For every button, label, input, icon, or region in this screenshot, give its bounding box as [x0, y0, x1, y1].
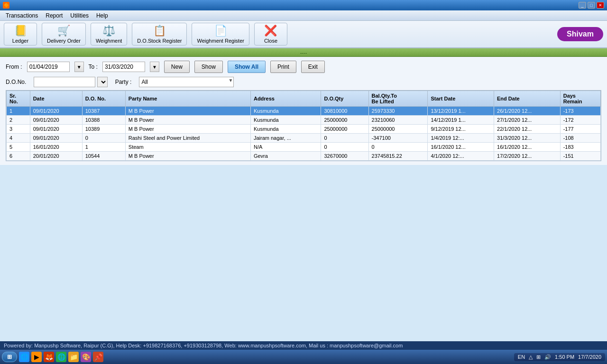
start-button[interactable]: ⊞ [2, 352, 17, 362]
data-table: Sr.No. Date D.O. No. Party Name Address … [6, 91, 601, 161]
new-button[interactable]: New [164, 61, 190, 73]
col-do-qty: D.O.Qty [321, 91, 368, 107]
sys-icon-1: △ [529, 354, 533, 360]
to-date-picker-button[interactable]: ▼ [150, 62, 159, 72]
do-no-label: D.O.No. [6, 79, 26, 85]
cell-address: Jairam nagar, ... [250, 134, 321, 143]
app-icon: 🔶 [3, 2, 9, 9]
table-row[interactable]: 309/01/202010389M B PowerKusmunda2500000… [7, 125, 601, 134]
close-window-button[interactable]: ✕ [597, 2, 604, 9]
ledger-icon: 📒 [14, 25, 27, 37]
party-select[interactable]: All [139, 77, 234, 87]
cell-days_remain: -108 [560, 134, 600, 143]
cell-start_date: 14/12/2019 1... [428, 116, 494, 125]
table-row[interactable]: 620/01/202010544M B PowerGevra3267000023… [7, 152, 601, 161]
taskbar: ⊞ 🌐 ▶ 🦊 🌐 📁 🎨 📌 EN △ ⊞ 🔊 1:50 PM 17/7/20… [0, 350, 607, 364]
cell-do_no: 10387 [82, 107, 125, 116]
party-label: Party : [115, 79, 132, 85]
to-date-input[interactable] [102, 62, 145, 72]
show-all-button[interactable]: Show All [228, 61, 266, 73]
cell-party_name: Steam [125, 143, 250, 152]
cell-address: Kusmunda [250, 116, 321, 125]
weighment-icon: ⚖️ [102, 25, 115, 37]
weighment-register-icon: 📄 [214, 25, 227, 37]
weighment-label: Weighment [96, 38, 122, 44]
menu-transactions[interactable]: Transactions [2, 11, 42, 20]
cell-days_remain: -177 [560, 125, 600, 134]
menu-utilities[interactable]: Utilities [66, 11, 92, 20]
from-date-picker-button[interactable]: ▼ [74, 62, 84, 72]
col-address: Address [250, 91, 321, 107]
cell-party_name: M B Power [125, 125, 250, 134]
menu-bar: Transactions Report Utilities Help [0, 10, 607, 21]
cell-date: 16/01/2020 [30, 143, 82, 152]
cell-sr_no: 5 [7, 143, 30, 152]
cell-start_date: 9/12/2019 12... [428, 125, 494, 134]
data-table-container: Sr.No. Date D.O. No. Party Name Address … [6, 90, 601, 161]
cell-sr_no: 1 [7, 107, 30, 116]
cell-do_no: 10389 [82, 125, 125, 134]
close-icon: ❌ [264, 25, 277, 37]
taskbar-icon-5[interactable]: 📁 [68, 352, 79, 362]
print-button[interactable]: Print [270, 61, 296, 73]
user-badge: Shivam [557, 27, 603, 41]
cell-do_qty: 25000000 [321, 116, 368, 125]
taskbar-icon-2[interactable]: ▶ [31, 352, 42, 362]
do-stock-register-button[interactable]: 📋 D.O.Stock Register [132, 23, 187, 46]
menu-report[interactable]: Report [42, 11, 66, 20]
show-button[interactable]: Show [194, 61, 223, 73]
table-body: 109/01/202010387M B PowerKusmunda3081000… [7, 107, 601, 161]
minimize-button[interactable]: _ [579, 2, 586, 9]
maximize-button[interactable]: □ [588, 2, 595, 9]
taskbar-icon-6[interactable]: 🎨 [81, 352, 91, 362]
filter-row-2: D.O.No. ▼ Party : All ▼ [6, 77, 601, 87]
party-select-wrap: All ▼ [139, 77, 234, 87]
clock-time: 1:50 PM [555, 354, 574, 360]
close-button[interactable]: ❌ Close [254, 23, 287, 46]
do-no-dropdown[interactable]: ▼ [97, 77, 108, 87]
cell-bal_qty: 25000000 [368, 125, 428, 134]
cell-date: 09/01/2020 [30, 107, 82, 116]
cell-address: Kusmunda [250, 125, 321, 134]
taskbar-icon-1[interactable]: 🌐 [19, 352, 29, 362]
cell-bal_qty: 23745815.22 [368, 152, 428, 161]
delivery-order-button[interactable]: 🛒 Delivery Order [42, 23, 86, 46]
cell-days_remain: -172 [560, 116, 600, 125]
status-text: Powered by: Manpushp Software, Raipur (C… [4, 343, 403, 348]
weighment-button[interactable]: ⚖️ Weighment [91, 23, 127, 46]
title-bar: 🔶 _ □ ✕ [0, 0, 607, 10]
taskbar-icon-3[interactable]: 🦊 [44, 352, 54, 362]
exit-button[interactable]: Exit [301, 61, 325, 73]
green-separator: ---- [0, 48, 607, 57]
menu-help[interactable]: Help [92, 11, 112, 20]
from-date-input[interactable] [27, 62, 70, 72]
toolbar: 📒 Ledger 🛒 Delivery Order ⚖️ Weighment 📋… [0, 21, 607, 48]
weighment-register-button[interactable]: 📄 Weighment Register [192, 23, 249, 46]
table-row[interactable]: 209/01/202010388M B PowerKusmunda2500000… [7, 116, 601, 125]
cell-do_qty: 0 [321, 143, 368, 152]
cell-party_name: M B Power [125, 152, 250, 161]
col-bal-qty: Bal.Qty.ToBe Lifted [368, 91, 428, 107]
taskbar-system-tray: EN △ ⊞ 🔊 1:50 PM 17/7/2020 [514, 353, 605, 361]
table-row[interactable]: 109/01/202010387M B PowerKusmunda3081000… [7, 107, 601, 116]
cell-start_date: 1/4/2019 12:... [428, 134, 494, 143]
weighment-register-label: Weighment Register [197, 38, 244, 44]
table-row[interactable]: 516/01/20201SteamN/A0016/1/2020 12...16/… [7, 143, 601, 152]
do-stock-register-icon: 📋 [153, 25, 166, 37]
cell-date: 20/01/2020 [30, 152, 82, 161]
taskbar-icon-4[interactable]: 🌐 [56, 352, 66, 362]
ledger-button[interactable]: 📒 Ledger [4, 23, 37, 46]
cell-start_date: 13/12/2019 1... [428, 107, 494, 116]
table-header-row: Sr.No. Date D.O. No. Party Name Address … [7, 91, 601, 107]
do-no-input[interactable] [34, 77, 95, 87]
cell-bal_qty: 23210060 [368, 116, 428, 125]
cell-sr_no: 6 [7, 152, 30, 161]
sys-icon-2: ⊞ [536, 354, 541, 360]
cell-end_date: 27/1/2020 12... [494, 116, 561, 125]
table-row[interactable]: 409/01/20200Rashi Steel and Power Limite… [7, 134, 601, 143]
col-do-no: D.O. No. [82, 91, 125, 107]
cell-bal_qty: 0 [368, 143, 428, 152]
cell-address: Kusmunda [250, 107, 321, 116]
taskbar-icon-7[interactable]: 📌 [93, 352, 103, 362]
cell-days_remain: -151 [560, 152, 600, 161]
